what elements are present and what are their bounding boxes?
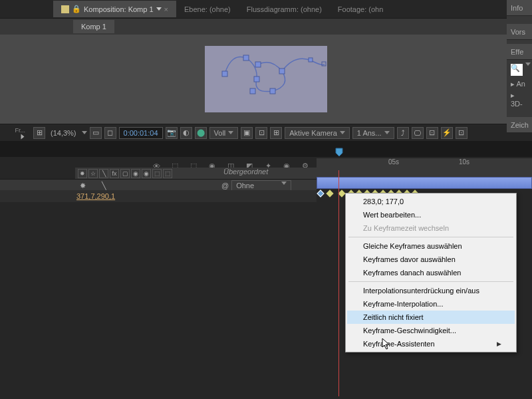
- chevron-down-icon: [340, 131, 345, 134]
- keyframe-diamond-icon[interactable]: [338, 190, 345, 197]
- layer-duration-bar[interactable]: [317, 177, 532, 189]
- cm-select-same-keyframes[interactable]: Gleiche Keyframes auswählen: [347, 239, 515, 253]
- position-value[interactable]: 371,7,290,1: [76, 192, 115, 200]
- close-icon[interactable]: ×: [164, 5, 168, 13]
- zoom-display[interactable]: (14,3%): [48, 129, 79, 137]
- fx-icon: ✸: [78, 169, 87, 178]
- lock-icon: 🔒: [72, 5, 81, 13]
- play-icon[interactable]: [21, 134, 25, 140]
- tab-composition-label: Komposition: Komp 1: [84, 5, 154, 13]
- blank3-icon: ⬚: [163, 169, 172, 178]
- panel-preview[interactable]: Vors: [507, 24, 532, 40]
- svg-rect-2: [254, 76, 259, 82]
- menu-separator: [348, 281, 513, 282]
- svg-rect-0: [222, 71, 227, 76]
- cm-coord-value[interactable]: 283,0; 177,0: [347, 195, 515, 208]
- cm-edit-value[interactable]: Wert bearbeiten...: [347, 208, 515, 221]
- star-icon: ☆: [88, 169, 98, 178]
- color-icon[interactable]: ⬤: [195, 127, 207, 139]
- fast-icon[interactable]: ⚡: [441, 127, 453, 139]
- cm-keyframe-interpolation[interactable]: Keyframe-Interpolation...: [347, 297, 515, 311]
- layer-switches: ✸ ☆ ╲ fx ▢ ◉ ◉ ⬚ ⬚: [75, 168, 175, 179]
- viewer-control-bar: Fr... ⊞ (14,3%) ▭ ◻ 0:00:01:04 📷 ◐ ⬤ Vol…: [0, 124, 532, 141]
- fx-label-icon: fx: [110, 169, 119, 178]
- square-icon[interactable]: ◻: [104, 127, 116, 139]
- resolution-dropdown[interactable]: Voll: [209, 127, 239, 139]
- chevron-down-icon: [156, 7, 162, 11]
- menu-separator: [348, 237, 513, 237]
- divider: [0, 141, 532, 157]
- snapshot-icon[interactable]: 📷: [166, 127, 178, 139]
- submenu-arrow-icon: ▶: [497, 340, 501, 347]
- comp-sub-tab[interactable]: Komp 1: [73, 20, 114, 33]
- cm-goto-keyframe-time: Zu Keyframezeit wechseln: [347, 221, 515, 235]
- cm-keyframe-velocity[interactable]: Keyframe-Geschwindigkeit...: [347, 324, 515, 337]
- keyframe-diamond-icon[interactable]: [317, 190, 324, 197]
- search-input[interactable]: 🔍: [511, 64, 523, 76]
- panel-info[interactable]: Info: [507, 0, 532, 16]
- views-dropdown[interactable]: 1 Ans...: [352, 127, 394, 139]
- tab-flowchart[interactable]: Flussdiagramm: (ohne): [239, 1, 330, 17]
- svg-rect-1: [243, 55, 249, 61]
- right-panel-stack: Info Vors Effe 🔍 ▸ An ▸ 3D- Zeich: [507, 0, 532, 133]
- composition-canvas: [205, 46, 327, 112]
- playhead-line: [338, 170, 339, 396]
- share-icon[interactable]: ⤴: [397, 127, 409, 139]
- svg-rect-7: [309, 58, 313, 62]
- slash-icon: ╲: [99, 169, 108, 178]
- composition-viewport[interactable]: [0, 35, 532, 124]
- tab-layer[interactable]: Ebene: (ohne): [176, 1, 239, 17]
- blank1-icon: ▢: [120, 169, 130, 178]
- ruler-tick: 05s: [388, 158, 399, 166]
- parent-column-header: Übergeordnet: [223, 168, 268, 176]
- channel-icon[interactable]: ◐: [180, 127, 192, 139]
- resolution-icon[interactable]: ▭: [90, 127, 102, 139]
- svg-rect-6: [255, 62, 261, 67]
- chevron-down-icon[interactable]: [525, 63, 531, 66]
- panel-effects[interactable]: Effe: [507, 44, 532, 60]
- keyframe-diamond-icon[interactable]: [326, 190, 333, 197]
- cm-rove-across-time[interactable]: Zeitlich nicht fixiert: [347, 311, 515, 324]
- alpha-icon[interactable]: ⊡: [255, 127, 267, 139]
- parent-dropdown[interactable]: Ohne: [231, 180, 291, 191]
- ruler-tick: 10s: [459, 158, 469, 166]
- grid-icon[interactable]: ⊞: [33, 127, 45, 139]
- grid2-icon[interactable]: ⊞: [270, 127, 282, 139]
- chevron-down-icon: [228, 131, 233, 134]
- svg-rect-3: [250, 88, 255, 94]
- tab-composition[interactable]: 🔒 Komposition: Komp 1 ×: [53, 1, 176, 17]
- comp-color-chip-icon: [61, 5, 69, 13]
- tab-footage[interactable]: Footage: (ohn: [330, 1, 392, 17]
- position-property-row[interactable]: 371,7,290,1: [0, 190, 317, 202]
- sub-tab-bar: Komp 1: [0, 19, 532, 35]
- cm-keyframe-assistant[interactable]: Keyframe-Assistenten▶: [347, 337, 515, 350]
- chevron-down-icon[interactable]: [82, 131, 87, 134]
- chevron-down-icon: [384, 131, 390, 134]
- cm-select-previous-keyframes[interactable]: Keyframes davor auswählen: [347, 253, 515, 266]
- keyframe-context-menu: 283,0; 177,0 Wert bearbeiten... Zu Keyfr…: [345, 193, 517, 352]
- pickwhip-icon[interactable]: @: [221, 182, 229, 190]
- monitor-icon[interactable]: 🖵: [412, 127, 424, 139]
- time-display[interactable]: 0:00:01:04: [119, 127, 163, 139]
- playhead-icon[interactable]: [335, 148, 343, 157]
- main-tab-bar: 🔒 Komposition: Komp 1 × Ebene: (ohne) Fl…: [0, 0, 532, 19]
- more-icon[interactable]: ⊡: [456, 127, 467, 139]
- camera-dropdown[interactable]: Aktive Kamera: [285, 127, 350, 139]
- settings-icon[interactable]: ⊡: [426, 127, 438, 139]
- circle2-icon: ◉: [142, 169, 151, 178]
- chevron-down-icon: [281, 182, 287, 185]
- blank2-icon: ⬚: [152, 169, 162, 178]
- circle-icon: ◉: [131, 169, 140, 178]
- svg-rect-5: [279, 68, 285, 74]
- cm-toggle-hold[interactable]: Interpolationsunterdrückung ein/aus: [347, 284, 515, 297]
- panel-character[interactable]: Zeich: [507, 117, 532, 133]
- region-icon[interactable]: ▣: [241, 127, 253, 139]
- cm-select-following-keyframes[interactable]: Keyframes danach auswählen: [347, 266, 515, 279]
- svg-rect-4: [270, 88, 275, 94]
